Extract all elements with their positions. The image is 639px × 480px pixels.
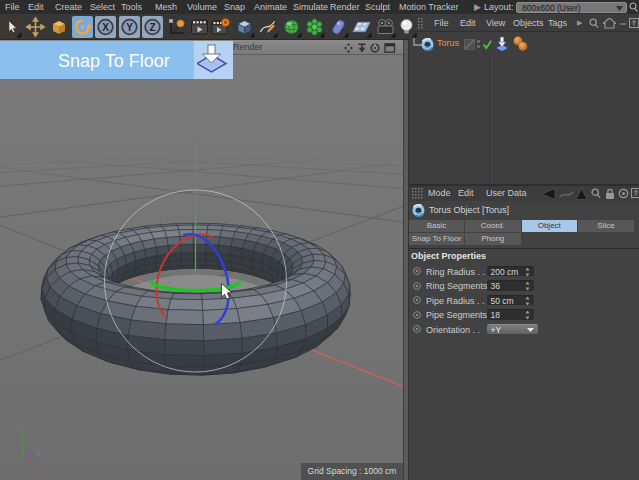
svg-text:Y: Y: [126, 22, 133, 33]
svg-text:Y: Y: [21, 426, 26, 433]
svg-text:Z: Z: [149, 22, 155, 33]
svg-text:Z: Z: [37, 450, 41, 457]
svg-text:X: X: [35, 460, 40, 467]
svg-text:X: X: [102, 22, 109, 33]
